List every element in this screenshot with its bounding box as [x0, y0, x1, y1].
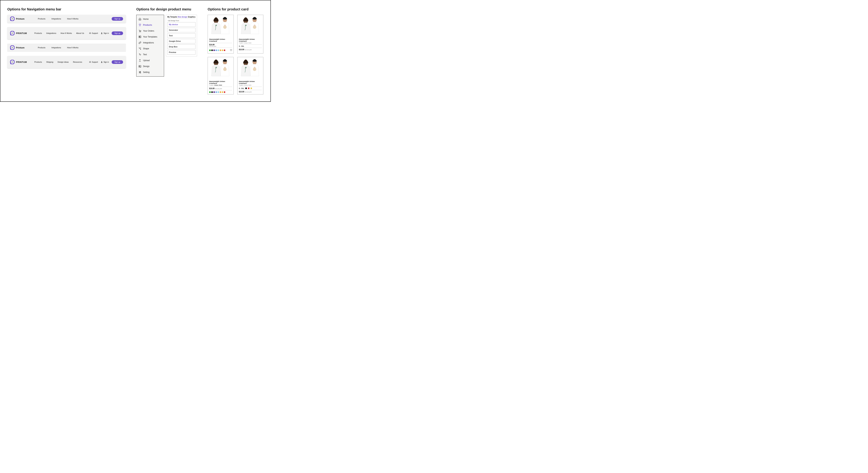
support-link[interactable]: Support [89, 61, 98, 63]
swatch[interactable] [224, 91, 225, 93]
svg-point-17 [141, 48, 141, 48]
swatch[interactable] [218, 91, 219, 93]
swatch[interactable] [218, 50, 219, 51]
nav-link-about[interactable]: About Us [76, 32, 84, 34]
design-panel: My Tempels New design Graphics Add desig… [166, 15, 197, 56]
product-card-2[interactable]: Heavyweight Unisex Crewneck T-shirt I Gi… [237, 15, 264, 54]
support-label: Support [92, 32, 98, 34]
sidebar-item-shape[interactable]: Shape [138, 47, 162, 50]
product-card-3[interactable]: Heavyweight Unisex Crewneck T-shirt I Gi… [208, 57, 234, 94]
product-title: Heavyweight Unisex Crewneck [209, 80, 232, 84]
swatch[interactable] [209, 50, 211, 51]
product-image [238, 15, 263, 37]
tshirt-icon [138, 24, 141, 26]
product-card-4[interactable]: Heavyweight Unisex Crewneck T-shirt I Gi… [237, 57, 264, 94]
signup-button[interactable]: Sign up [112, 60, 123, 64]
brand-logo[interactable]: Printum [10, 17, 31, 21]
product-price: $16.89 [209, 44, 232, 46]
sidebar-item-design[interactable]: Design [138, 65, 162, 68]
product-subtitle: T-shirt I Gildan 5000 [239, 42, 262, 44]
tab-new-design[interactable]: New design [178, 16, 187, 18]
product-title: Heavyweight Unisex Crewneck [239, 80, 262, 84]
brand-logo[interactable]: Printum [10, 45, 31, 50]
link-icon [138, 41, 141, 44]
support-link[interactable]: Support [89, 32, 98, 34]
option-google-drive[interactable]: Google Drive [167, 39, 195, 43]
signin-link[interactable]: Sign in [101, 61, 109, 63]
svg-point-21 [140, 72, 140, 72]
svg-point-8 [101, 32, 102, 33]
svg-point-9 [101, 61, 102, 62]
swatch[interactable] [215, 91, 217, 93]
sidebar-item-integrations[interactable]: Integrations [138, 41, 162, 44]
product-note: Incl.one print [245, 49, 252, 50]
swatch[interactable] [248, 88, 249, 89]
nav-link-integrations[interactable]: Intrgrations [51, 18, 61, 20]
sidebar-item-upload[interactable]: Upload [138, 59, 162, 62]
sidebar-item-text[interactable]: Text [138, 53, 162, 56]
brand-logo[interactable]: PRINTUM [10, 31, 31, 35]
nav-link-ideas[interactable]: Design ideas [58, 61, 69, 63]
swatch[interactable] [250, 88, 252, 89]
tab-templates[interactable]: My Tempels [167, 16, 177, 18]
option-preview[interactable]: Preview [167, 50, 195, 55]
sidebar-label: Design [143, 65, 150, 67]
nav-link-shipping[interactable]: Shippng [46, 61, 53, 63]
swatch[interactable] [213, 50, 215, 51]
option-text[interactable]: Text [167, 33, 195, 38]
nav-link-products[interactable]: Products [34, 32, 42, 34]
swatch[interactable] [222, 91, 223, 93]
sidebar-item-products[interactable]: Products [138, 24, 162, 26]
swatch[interactable] [215, 50, 217, 51]
sidebar-label: Your Templates [143, 36, 157, 38]
signup-button[interactable]: Sign up [112, 31, 123, 35]
nav-link-integrations[interactable]: Intrgrations [51, 47, 61, 49]
swatch[interactable] [211, 91, 213, 93]
logo-icon [10, 60, 14, 64]
nav-link-howitworks[interactable]: How It Works [67, 18, 78, 20]
svg-point-10 [140, 32, 140, 32]
brand-logo[interactable]: PRINTUM [10, 60, 31, 64]
sidebar-item-templates[interactable]: Your Templates [138, 35, 162, 38]
option-drop-box[interactable]: Drop Box [167, 45, 195, 49]
swatch[interactable] [222, 50, 223, 51]
option-my-device[interactable]: My device [167, 22, 195, 27]
tab-graphics[interactable]: Graphics [188, 16, 195, 18]
swatch[interactable] [209, 91, 211, 93]
support-label: Support [92, 61, 98, 63]
nav-link-howitworks[interactable]: How It Works [61, 32, 72, 34]
nav-link-resources[interactable]: Resources [73, 61, 82, 63]
sidebar-item-home[interactable]: Home [138, 18, 162, 21]
swatch[interactable] [220, 50, 221, 51]
nav-link-products[interactable]: Products [38, 47, 45, 49]
option-generator[interactable]: Generator [167, 28, 195, 32]
product-card-1[interactable]: Heavyweight Unisex Crewneck $16.89 Incl.… [208, 15, 234, 54]
swatch[interactable] [245, 88, 247, 89]
logo-icon [10, 31, 14, 35]
swatch[interactable] [220, 91, 221, 93]
cart-icon [138, 30, 141, 32]
favorite-button[interactable] [230, 49, 232, 52]
brand-name: PRINTUM [16, 61, 27, 63]
product-image [238, 57, 263, 80]
templates-icon [138, 35, 141, 38]
nav-link-products[interactable]: Products [34, 61, 42, 63]
signin-link[interactable]: Sign in [101, 32, 109, 34]
shape-icon [138, 47, 141, 50]
sidebar-item-setting[interactable]: Setting [138, 71, 162, 73]
design-section-title: Options for design product menu [136, 7, 197, 11]
signup-button[interactable]: Sign up [112, 17, 123, 21]
swatch[interactable] [224, 50, 225, 51]
swatch[interactable] [211, 50, 213, 51]
navbar-variant-4: PRINTUM Products Shippng Design ideas Re… [7, 56, 126, 68]
upload-icon [138, 59, 141, 62]
divider [209, 90, 232, 90]
headset-icon [89, 32, 91, 34]
nav-link-integrations[interactable]: Integrations [46, 32, 56, 34]
nav-link-products[interactable]: Products [38, 18, 45, 20]
swatch[interactable] [213, 91, 215, 93]
logo-icon [10, 17, 14, 21]
sidebar-item-orders[interactable]: Your Orders [138, 30, 162, 32]
svg-point-16 [141, 49, 141, 50]
nav-link-howitworks[interactable]: How It Works [67, 47, 78, 49]
